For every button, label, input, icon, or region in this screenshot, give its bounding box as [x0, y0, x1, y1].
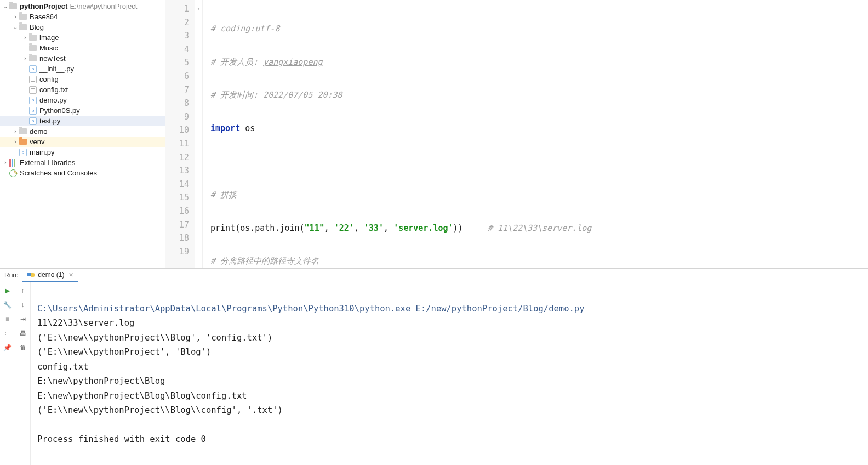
tree-label: venv [30, 137, 44, 147]
chevron-right-icon[interactable]: › [2, 157, 9, 168]
print-icon[interactable]: 🖶 [18, 328, 28, 338]
wrap-icon[interactable]: ⇥ [18, 314, 28, 324]
tree-file-init[interactable]: p __init__.py [0, 64, 165, 74]
tree-label: demo [30, 126, 48, 137]
tree-external-libraries[interactable]: › External Libraries [0, 157, 165, 168]
layout-icon[interactable]: ≔ [3, 328, 13, 338]
console-line: ('E:\\new\\pythonProject', 'Blog') [37, 347, 211, 357]
fold-column[interactable]: ▾ [195, 0, 203, 268]
code-text: # 开发时间: 2022/07/05 20:38 [210, 90, 342, 100]
run-tab[interactable]: demo (1) × [22, 269, 77, 282]
tree-file-demo[interactable]: p demo.py [0, 95, 165, 105]
scratches-icon [9, 169, 17, 177]
tree-label: Blog [30, 22, 44, 32]
file-icon [29, 76, 37, 83]
tree-label: newTest [39, 53, 66, 64]
project-name: pythonProject [20, 1, 67, 12]
tree-folder-blog[interactable]: ⌄ Blog [0, 22, 165, 32]
console-line: config.txt [37, 362, 88, 372]
down-icon[interactable]: ↓ [18, 300, 28, 310]
libraries-icon [9, 159, 17, 167]
python-file-icon: p [29, 117, 37, 125]
code-comment: # 分离路径中的路径寄文件名 [210, 256, 319, 266]
console-line: Process finished with exit code 0 [37, 434, 206, 444]
tree-label: demo.py [39, 95, 67, 105]
tree-label: Scratches and Consoles [20, 168, 97, 178]
tree-label: Music [39, 43, 58, 53]
run-toolbar-left: ▶ 🔧 ■ ≔ 📌 [0, 282, 15, 465]
rerun-icon[interactable]: ▶ [3, 286, 13, 296]
tree-scratches[interactable]: Scratches and Consoles [0, 168, 165, 178]
tree-file-pythonos[interactable]: p Python0S.py [0, 105, 165, 116]
console-line: C:\Users\Administrator\AppData\Local\Pro… [37, 304, 585, 314]
code-text: # coding:utf-8 [210, 24, 279, 33]
console-line: ('E:\\new\\pythonProject\\Blog\\config',… [37, 405, 283, 415]
console-output[interactable]: C:\Users\Administrator\AppData\Local\Pro… [31, 282, 868, 465]
run-header: Run: demo (1) × [0, 269, 868, 282]
pin-icon[interactable]: 📌 [3, 343, 13, 353]
tree-label: test.py [39, 116, 60, 126]
console-line: 11\22\33\server.log [37, 318, 134, 328]
text-file-icon [29, 86, 37, 94]
close-icon[interactable]: × [68, 270, 73, 279]
tree-file-testpy[interactable]: p test.py [0, 116, 165, 126]
chevron-right-icon[interactable]: › [12, 137, 19, 147]
chevron-down-icon[interactable]: ⌄ [2, 1, 9, 12]
python-file-icon: p [29, 97, 37, 104]
tree-label: Python0S.py [39, 105, 80, 116]
chevron-right-icon[interactable]: › [22, 53, 28, 64]
tree-label: External Libraries [20, 157, 75, 168]
python-icon [27, 271, 35, 279]
console-line: ('E:\\new\\pythonProject\\Blog', 'config… [37, 333, 272, 343]
tree-folder-music[interactable]: · Music [0, 43, 165, 53]
code-text: os [240, 123, 255, 133]
tree-folder-base864[interactable]: › Base864 [0, 12, 165, 22]
console-line: E:\new\pythonProject\Blog [37, 376, 165, 386]
tree-folder-image[interactable]: › image [0, 32, 165, 43]
tree-file-main[interactable]: p main.py [0, 147, 165, 157]
tree-label: image [39, 32, 59, 43]
run-tab-label: demo (1) [38, 271, 64, 279]
tree-folder-demo[interactable]: › demo [0, 126, 165, 137]
code-text: print(os.path.join( [210, 223, 305, 233]
chevron-down-icon[interactable]: ⌄ [12, 22, 19, 32]
chevron-right-icon[interactable]: › [22, 32, 28, 43]
tree-label: config [39, 74, 59, 84]
chevron-right-icon[interactable]: › [12, 12, 19, 22]
line-gutter: 12345678910111213141516171819 [165, 0, 195, 268]
tree-label: Base864 [30, 12, 58, 22]
code-area[interactable]: # coding:utf-8 # 开发人员: yangxiaopeng # 开发… [203, 0, 868, 268]
tree-label: __init__.py [39, 64, 74, 74]
console-line: E:\new\pythonProject\Blog\Blog\config.tx… [37, 391, 247, 401]
run-panel: Run: demo (1) × ▶ 🔧 ■ ≔ 📌 ↑ ↓ ⇥ 🖶 🗑 C:\U… [0, 269, 868, 465]
project-tree[interactable]: ⌄ pythonProject E:\new\pythonProject › B… [0, 0, 165, 268]
tree-project-root[interactable]: ⌄ pythonProject E:\new\pythonProject [0, 1, 165, 12]
run-toolbar-left2: ↑ ↓ ⇥ 🖶 🗑 [15, 282, 31, 465]
code-text: # 开发人员: [210, 57, 263, 67]
code-keyword: import [210, 123, 240, 133]
trash-icon[interactable]: 🗑 [18, 343, 28, 353]
python-file-icon: p [19, 149, 27, 156]
tree-label: main.py [30, 147, 55, 157]
code-comment: # 拼接 [210, 190, 237, 200]
tree-file-configtxt[interactable]: config.txt [0, 84, 165, 95]
code-editor[interactable]: 12345678910111213141516171819 ▾ # coding… [165, 0, 868, 268]
tree-folder-newtest[interactable]: › newTest [0, 53, 165, 64]
run-label: Run: [0, 271, 22, 279]
tree-label: config.txt [39, 84, 68, 95]
up-icon[interactable]: ↑ [18, 286, 28, 296]
python-file-icon: p [29, 65, 37, 73]
wrench-icon[interactable]: 🔧 [3, 300, 13, 310]
stop-icon[interactable]: ■ [3, 314, 13, 324]
chevron-right-icon[interactable]: › [12, 126, 19, 137]
python-file-icon: p [29, 107, 37, 115]
tree-folder-venv[interactable]: › venv [0, 137, 165, 147]
fold-marker-icon[interactable]: ▾ [195, 2, 202, 16]
project-path: E:\new\pythonProject [70, 1, 137, 12]
code-text: yangxiaopeng [263, 57, 322, 67]
tree-file-config[interactable]: config [0, 74, 165, 84]
